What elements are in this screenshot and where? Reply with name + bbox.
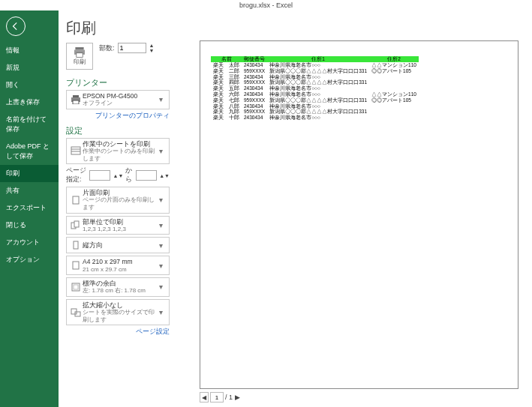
section-settings: 設定: [66, 125, 170, 136]
chevron-down-icon: ▾: [159, 283, 167, 291]
nav-item-新規[interactable]: 新規: [0, 59, 59, 76]
print-button[interactable]: 印刷: [66, 43, 93, 70]
section-printer: プリンター: [66, 77, 170, 88]
back-button[interactable]: [6, 16, 26, 36]
printer-properties-link[interactable]: プリンターのプロパティ: [66, 112, 170, 121]
svg-rect-9: [73, 196, 79, 204]
scaling-select[interactable]: 拡大縮小なしシートを実際のサイズで印刷します ▾: [66, 299, 170, 325]
svg-rect-15: [74, 285, 78, 289]
svg-rect-5: [73, 100, 79, 104]
page-title: 印刷: [66, 18, 170, 38]
svg-rect-13: [73, 262, 79, 269]
table-header: 名前: [211, 56, 242, 62]
svg-rect-11: [74, 221, 79, 227]
printer-small-icon: [71, 95, 81, 104]
page-range-label: ページ指定:: [66, 166, 87, 184]
margins-select[interactable]: 標準の余白左: 1.78 cm 右: 1.78 cm ▾: [66, 277, 170, 297]
page-setup-link[interactable]: ページ設定: [66, 328, 170, 337]
paper-size-select[interactable]: A4 210 x 297 mm21 cm x 29.7 cm ▾: [66, 256, 170, 275]
chevron-down-icon: ▾: [159, 262, 167, 270]
paper-icon: [71, 261, 81, 270]
chevron-down-icon: ▾: [159, 196, 167, 204]
nav-item-Adobe PDF として保存[interactable]: Adobe PDF として保存: [0, 138, 59, 165]
table-row: 楽天 四郎959XXXX新潟県〇〇〇郡△△△△村大字口口口331: [211, 79, 419, 85]
printer-status: オフライン: [83, 100, 159, 107]
orientation-icon: [71, 241, 81, 250]
chevron-down-icon: ▾: [159, 241, 167, 250]
page-current-input[interactable]: [210, 392, 224, 403]
back-arrow-icon: [11, 21, 21, 31]
margins-icon: [71, 283, 81, 292]
chevron-down-icon: ▾: [159, 221, 167, 229]
chevron-down-icon: ▾: [159, 308, 167, 316]
table-header: 郵便番号: [242, 56, 267, 62]
nav-item-印刷[interactable]: 印刷: [0, 165, 59, 182]
collate-select[interactable]: 部単位で印刷1,2,3 1,2,3 1,2,3 ▾: [66, 216, 170, 235]
svg-rect-4: [73, 95, 79, 97]
sheets-icon: [71, 146, 81, 155]
table-header: 住所2: [369, 56, 419, 62]
preview-page: 名前郵便番号住所1住所2楽天 太郎2430434神奈川県海老名市○○○△△マンシ…: [200, 40, 518, 389]
copies-label: 部数:: [99, 43, 115, 53]
print-settings-panel: 印刷 印刷 部数: ▲▼ プリンター EPSON PM-G4500オフライン ▾…: [59, 10, 177, 407]
sides-icon: [71, 196, 81, 205]
preview-table: 名前郵便番号住所1住所2楽天 太郎2430434神奈川県海老名市○○○△△マンシ…: [211, 56, 507, 121]
nav-item-エクスポート[interactable]: エクスポート: [0, 199, 59, 217]
nav-item-アカウント[interactable]: アカウント: [0, 234, 59, 251]
table-row: 楽天 三郎2430434神奈川県海老名市○○○: [211, 74, 419, 80]
table-row: 楽天 六郎2430434神奈川県海老名市○○○△△マンション110: [211, 91, 419, 97]
svg-rect-2: [77, 52, 83, 57]
nav-item-共有[interactable]: 共有: [0, 182, 59, 199]
prev-page-button[interactable]: ◀: [200, 392, 209, 403]
nav-item-開く[interactable]: 開く: [0, 76, 59, 94]
page-range-sep: から: [125, 166, 134, 184]
window-title: brogu.xlsx - Excel: [0, 0, 532, 10]
scaling-icon: [71, 308, 81, 317]
print-area-select[interactable]: 作業中のシートを印刷作業中のシートのみを印刷します ▾: [66, 138, 170, 164]
nav-item-閉じる[interactable]: 閉じる: [0, 217, 59, 234]
chevron-down-icon: ▾: [159, 95, 167, 103]
print-preview-panel: 名前郵便番号住所1住所2楽天 太郎2430434神奈川県海老名市○○○△△マンシ…: [177, 10, 532, 407]
table-row: 楽天 五郎2430434神奈川県海老名市○○○: [211, 85, 419, 91]
copies-input[interactable]: [118, 43, 146, 53]
print-button-label: 印刷: [74, 58, 86, 66]
page-to-input[interactable]: [136, 170, 157, 181]
backstage-nav: 情報新規開く上書き保存名前を付けて保存Adobe PDF として保存印刷共有エク…: [0, 10, 59, 407]
table-row: 楽天 二郎959XXXX新潟県〇〇〇郡△△△△村大字口口口331◎◎アパート10…: [211, 68, 419, 74]
printer-select[interactable]: EPSON PM-G4500オフライン ▾: [66, 90, 170, 109]
svg-rect-0: [75, 47, 83, 50]
nav-item-情報[interactable]: 情報: [0, 42, 59, 59]
orientation-select[interactable]: 縦方向 ▾: [66, 237, 170, 253]
printer-icon: [73, 47, 86, 58]
chevron-down-icon: ▾: [159, 147, 167, 155]
page-total-label: / 1 ▶: [225, 394, 240, 401]
printer-name: EPSON PM-G4500: [83, 92, 159, 100]
svg-rect-6: [71, 147, 80, 154]
svg-rect-12: [74, 241, 78, 249]
table-row: 楽天 太郎2430434神奈川県海老名市○○○△△マンション110: [211, 62, 419, 68]
table-row: 楽天 八郎2430434神奈川県海老名市○○○: [211, 103, 419, 109]
nav-item-名前を付けて保存[interactable]: 名前を付けて保存: [0, 111, 59, 138]
table-row: 楽天 九郎959XXXX新潟県〇〇〇郡△△△△村大字口口口331: [211, 109, 419, 115]
table-row: 楽天 十郎2430434神奈川県海老名市○○○: [211, 115, 419, 121]
nav-item-オプション[interactable]: オプション: [0, 251, 59, 268]
sides-select[interactable]: 片面印刷ページの片面のみを印刷します ▾: [66, 187, 170, 213]
table-header: 住所1: [267, 56, 369, 62]
collate-icon: [71, 220, 81, 229]
page-from-input[interactable]: [89, 170, 110, 181]
spinner-icon[interactable]: ▲▼: [149, 43, 155, 53]
table-row: 楽天 七郎959XXXX新潟県〇〇〇郡△△△△村大字口口口331◎◎アパート10…: [211, 97, 419, 103]
nav-item-上書き保存[interactable]: 上書き保存: [0, 94, 59, 111]
